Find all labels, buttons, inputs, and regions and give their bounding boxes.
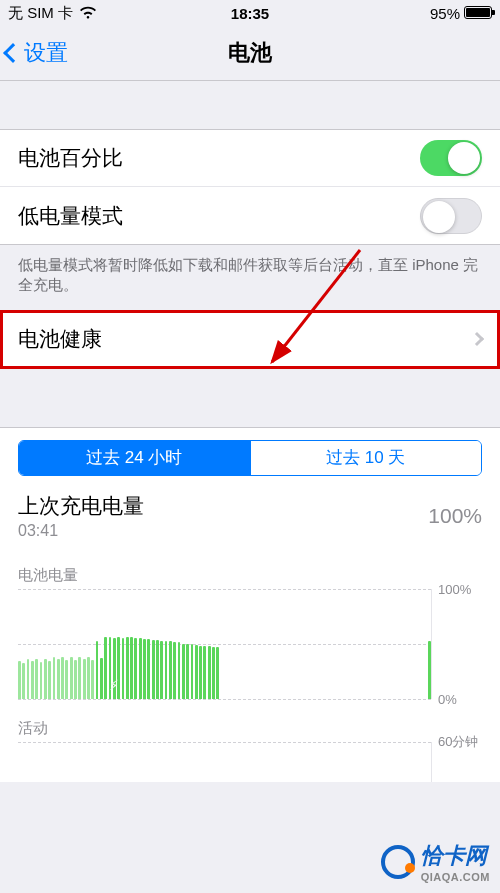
time-range-segmented[interactable]: 过去 24 小时 过去 10 天 (18, 440, 482, 476)
activity-chart: 活动 60分钟 (0, 699, 500, 782)
chevron-right-icon (470, 332, 484, 346)
low-power-switch[interactable] (420, 198, 482, 234)
watermark: 恰卡网 QIAQA.COM (381, 841, 490, 883)
settings-group-1: 电池百分比 低电量模式 (0, 129, 500, 245)
status-bar: 无 SIM 卡 18:35 95% (0, 0, 500, 26)
low-power-footer: 低电量模式将暂时降低如下载和邮件获取等后台活动，直至 iPhone 完全充电。 (0, 245, 500, 310)
tab-10d[interactable]: 过去 10 天 (250, 441, 482, 475)
nav-bar: 设置 电池 (0, 26, 500, 81)
last-charge-value: 100% (428, 504, 482, 528)
tab-24h[interactable]: 过去 24 小时 (19, 441, 250, 475)
battery-icon (464, 5, 492, 22)
y-label-60min: 60分钟 (438, 733, 478, 751)
settings-group-health: 电池健康 (0, 310, 500, 369)
row-battery-health[interactable]: 电池健康 (0, 311, 500, 368)
battery-percentage-switch[interactable] (420, 140, 482, 176)
last-charge-time: 03:41 (18, 522, 428, 540)
y-label-100: 100% (438, 581, 471, 596)
watermark-name: 恰卡网 (421, 841, 490, 871)
y-label-0: 0% (438, 691, 457, 706)
chart-title: 活动 (18, 719, 482, 738)
carrier-text: 无 SIM 卡 (8, 4, 73, 23)
watermark-logo-icon (381, 845, 415, 879)
last-charge-title: 上次充电电量 (18, 492, 428, 520)
page-title: 电池 (0, 38, 500, 68)
battery-level-chart: 电池电量 ⚡︎ 100% 0% (0, 550, 500, 699)
usage-section: 过去 24 小时 过去 10 天 上次充电电量 03:41 100% 电池电量 … (0, 427, 500, 782)
wifi-icon (79, 5, 97, 22)
back-label: 设置 (24, 38, 68, 68)
chart-title: 电池电量 (18, 566, 482, 585)
watermark-url: QIAQA.COM (421, 871, 490, 883)
row-label: 低电量模式 (18, 202, 420, 230)
last-charge-row: 上次充电电量 03:41 100% (0, 476, 500, 550)
status-time: 18:35 (169, 5, 330, 22)
chevron-left-icon (3, 43, 23, 63)
charging-bolt-icon: ⚡︎ (109, 677, 119, 693)
row-low-power-mode[interactable]: 低电量模式 (0, 187, 500, 244)
battery-percent-text: 95% (430, 5, 460, 22)
row-label: 电池健康 (18, 325, 472, 353)
back-button[interactable]: 设置 (0, 38, 68, 68)
row-label: 电池百分比 (18, 144, 420, 172)
row-battery-percentage[interactable]: 电池百分比 (0, 130, 500, 187)
